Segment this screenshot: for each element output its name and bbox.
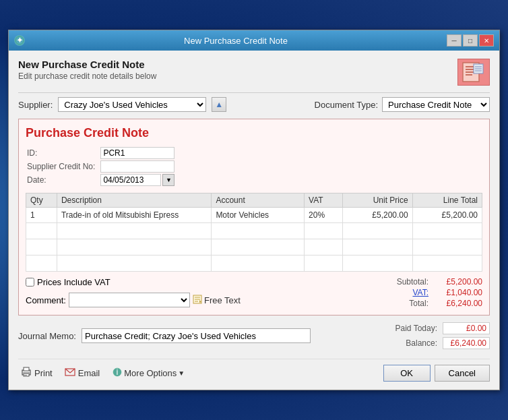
print-icon bbox=[21, 367, 32, 380]
col-header-linetotal: Line Total bbox=[412, 193, 482, 208]
window-body: New Purchase Credit Note Edit purchase c… bbox=[9, 51, 499, 390]
doc-type-select[interactable]: Purchase Credit Note bbox=[382, 97, 490, 112]
total-row: Total: £6,240.00 bbox=[388, 299, 482, 308]
page-subtitle: Edit purchase credit note details below bbox=[18, 71, 156, 81]
total-label: Total: bbox=[388, 299, 428, 308]
balance-label: Balance: bbox=[383, 338, 437, 348]
comment-select[interactable] bbox=[69, 293, 190, 307]
email-label: Email bbox=[78, 368, 100, 378]
svg-rect-20 bbox=[24, 375, 27, 376]
doc-fields-table: ID: Supplier Credit No: Date: ▼ bbox=[26, 146, 176, 187]
supplier-credit-field[interactable] bbox=[100, 160, 174, 173]
header-text: New Purchase Credit Note Edit purchase c… bbox=[18, 59, 156, 81]
journal-label: Journal Memo: bbox=[18, 331, 76, 341]
svg-text:i: i bbox=[117, 367, 119, 377]
row-line-total: £5,200.00 bbox=[412, 208, 482, 223]
balance-row: Balance: £6,240.00 bbox=[383, 337, 490, 349]
svg-text:✦: ✦ bbox=[16, 36, 24, 45]
totals-section: Subtotal: £5,200.00 VAT: £1,040.00 Total… bbox=[388, 277, 482, 308]
svg-rect-17 bbox=[24, 367, 29, 371]
document-panel: Purchase Credit Note ID: Supplier Credit… bbox=[18, 119, 490, 316]
vat-label[interactable]: VAT: bbox=[388, 288, 428, 297]
header-section: New Purchase Credit Note Edit purchase c… bbox=[18, 59, 490, 86]
left-col: Prices Include VAT Comment: bbox=[26, 277, 241, 307]
email-icon bbox=[65, 367, 75, 380]
bottom-section: Journal Memo: Paid Today: £0.00 Balance:… bbox=[18, 322, 490, 349]
doc-type-section: Document Type: Purchase Credit Note bbox=[315, 97, 490, 112]
ok-button[interactable]: OK bbox=[383, 365, 431, 382]
ok-cancel-section: OK Cancel bbox=[383, 365, 490, 382]
comment-label: Comment: bbox=[26, 295, 66, 305]
subtotal-row: Subtotal: £5,200.00 bbox=[388, 277, 482, 287]
prices-vat-checkbox-wrapper: Prices Include VAT bbox=[26, 277, 110, 287]
document-title: Purchase Credit Note bbox=[26, 126, 482, 140]
subtotal-label: Subtotal: bbox=[388, 277, 428, 287]
date-row: ▼ bbox=[100, 174, 174, 186]
close-button[interactable]: ✕ bbox=[479, 34, 494, 47]
total-value: £6,240.00 bbox=[435, 299, 482, 308]
print-button[interactable]: Print bbox=[18, 365, 55, 381]
comment-row: Comment: bbox=[26, 293, 241, 307]
price-totals-row: Prices Include VAT Comment: bbox=[26, 277, 482, 308]
title-bar: ✦ New Purchase Credit Note ─ □ ✕ bbox=[9, 30, 499, 51]
paid-balance-section: Paid Today: £0.00 Balance: £6,240.00 bbox=[383, 322, 490, 349]
supplier-row: Supplier: Crazy Joe's Used Vehicles ▲ Do… bbox=[18, 97, 490, 112]
id-label: ID: bbox=[27, 147, 99, 159]
header-divider bbox=[18, 92, 490, 93]
id-field[interactable] bbox=[100, 147, 174, 159]
maximize-button[interactable]: □ bbox=[463, 34, 478, 47]
prices-include-vat-label: Prices Include VAT bbox=[37, 277, 110, 287]
title-bar-controls: ─ □ ✕ bbox=[447, 34, 494, 47]
col-header-vat: VAT bbox=[305, 193, 343, 208]
document-icon bbox=[457, 59, 490, 86]
col-header-desc: Description bbox=[57, 193, 211, 208]
svg-rect-19 bbox=[24, 373, 28, 374]
row-vat: 20% bbox=[305, 208, 343, 223]
main-window: ✦ New Purchase Credit Note ─ □ ✕ New Pur… bbox=[8, 30, 500, 390]
free-text-icon bbox=[193, 295, 202, 306]
more-options-label: More Options bbox=[124, 368, 177, 378]
footer-buttons: Print Email i More Opti bbox=[18, 359, 490, 382]
table-empty-row-1 bbox=[26, 223, 482, 239]
table-empty-row-2 bbox=[26, 239, 482, 256]
more-options-button[interactable]: i More Options ▼ bbox=[109, 365, 187, 381]
svg-rect-18 bbox=[24, 373, 29, 376]
date-label: Date: bbox=[27, 174, 99, 186]
vat-value: £1,040.00 bbox=[435, 288, 482, 297]
date-picker-button[interactable]: ▼ bbox=[162, 174, 174, 186]
cancel-button[interactable]: Cancel bbox=[435, 365, 490, 382]
prices-include-vat-checkbox[interactable] bbox=[26, 278, 34, 287]
doc-type-label: Document Type: bbox=[315, 100, 378, 110]
prices-include-vat-row: Prices Include VAT bbox=[26, 277, 241, 287]
col-header-account: Account bbox=[212, 193, 305, 208]
row-description: Trade-in of old Mitsubishi Epress bbox=[57, 208, 211, 223]
minimize-button[interactable]: ─ bbox=[447, 34, 462, 47]
supplier-select[interactable]: Crazy Joe's Used Vehicles bbox=[58, 97, 206, 112]
more-options-arrow-icon: ▼ bbox=[178, 369, 185, 377]
journal-input[interactable] bbox=[82, 328, 311, 343]
supplier-nav-button[interactable]: ▲ bbox=[212, 97, 226, 112]
vat-row: VAT: £1,040.00 bbox=[388, 288, 482, 297]
table-empty-row-3 bbox=[26, 256, 482, 272]
window-title: New Purchase Credit Note bbox=[25, 36, 447, 46]
col-header-qty: Qty bbox=[26, 193, 57, 208]
paid-today-label: Paid Today: bbox=[383, 324, 437, 333]
page-title: New Purchase Credit Note bbox=[18, 59, 156, 70]
paid-today-row: Paid Today: £0.00 bbox=[383, 322, 490, 334]
window-icon: ✦ bbox=[14, 35, 25, 46]
row-qty: 1 bbox=[26, 208, 57, 223]
balance-value: £6,240.00 bbox=[443, 337, 490, 349]
table-row: 1 Trade-in of old Mitsubishi Epress Moto… bbox=[26, 208, 482, 223]
subtotal-value: £5,200.00 bbox=[435, 277, 482, 287]
free-text-button[interactable]: Free Text bbox=[193, 295, 241, 306]
free-text-label: Free Text bbox=[204, 295, 241, 305]
print-label: Print bbox=[34, 368, 53, 378]
paid-today-value: £0.00 bbox=[443, 322, 490, 334]
row-unit-price: £5,200.00 bbox=[343, 208, 412, 223]
line-items-table: Qty Description Account VAT Unit Price L… bbox=[26, 193, 482, 272]
svg-rect-6 bbox=[466, 74, 472, 76]
more-options-icon: i bbox=[112, 367, 123, 380]
supplier-label: Supplier: bbox=[18, 100, 53, 110]
email-button[interactable]: Email bbox=[62, 365, 103, 381]
date-field[interactable] bbox=[100, 174, 161, 186]
